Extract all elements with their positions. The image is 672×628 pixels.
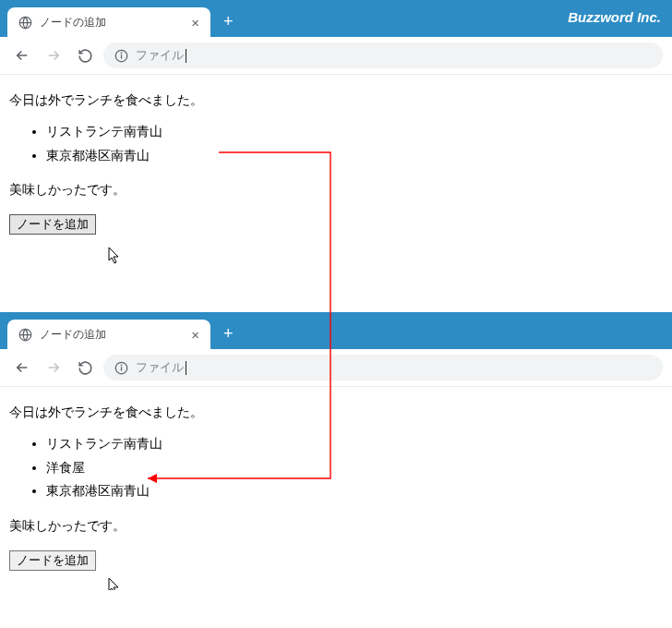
forward-button[interactable] <box>41 42 66 68</box>
titlebar: ノードの追加 × + Buzzword Inc. <box>0 0 672 37</box>
back-button[interactable] <box>9 42 35 68</box>
globe-icon <box>18 328 32 342</box>
paragraph-after: 美味しかったです。 <box>9 179 663 201</box>
close-icon[interactable]: × <box>189 15 201 30</box>
address-text: ファイル <box>136 47 184 64</box>
list-item: 東京都港区南青山 <box>46 480 663 502</box>
tab-title: ノードの追加 <box>40 327 189 343</box>
paragraph-after: 美味しかったです。 <box>9 515 663 537</box>
list-item: リストランテ南青山 <box>46 121 663 143</box>
browser-window-1: ノードの追加 × + Buzzword Inc. ファイル 今日は外でランチを食… <box>0 0 672 277</box>
page-content: 今日は外でランチを食べました。 リストランテ南青山 東京都港区南青山 美味しかっ… <box>0 75 672 254</box>
address-bar[interactable]: ファイル <box>103 355 663 380</box>
address-text: ファイル <box>136 359 184 376</box>
close-icon[interactable]: × <box>189 327 201 343</box>
globe-icon <box>18 16 32 30</box>
add-node-button[interactable]: ノードを追加 <box>9 550 96 571</box>
brand-label: Buzzword Inc. <box>568 9 661 25</box>
tab-title: ノードの追加 <box>40 15 189 30</box>
reload-button[interactable] <box>72 42 98 68</box>
forward-button[interactable] <box>41 355 66 380</box>
toolbar: ファイル <box>0 349 672 387</box>
list: リストランテ南青山 洋食屋 東京都港区南青山 <box>9 433 663 502</box>
add-node-button[interactable]: ノードを追加 <box>9 214 96 235</box>
page-content: 今日は外でランチを食べました。 リストランテ南青山 洋食屋 東京都港区南青山 美… <box>0 387 672 590</box>
tab-active[interactable]: ノードの追加 × <box>7 7 210 37</box>
back-button[interactable] <box>9 355 35 380</box>
paragraph-before: 今日は外でランチを食べました。 <box>9 402 663 424</box>
info-icon <box>114 361 128 375</box>
titlebar: ノードの追加 × + <box>0 312 672 349</box>
info-icon <box>114 49 128 63</box>
address-bar[interactable]: ファイル <box>103 42 663 68</box>
toolbar: ファイル <box>0 37 672 75</box>
list-item: 洋食屋 <box>46 457 663 479</box>
svg-point-7 <box>121 365 122 366</box>
browser-window-2: ノードの追加 × + ファイル 今日は外でランチを食べました。 リストランテ南青… <box>0 312 672 590</box>
text-cursor <box>186 49 186 63</box>
paragraph-before: 今日は外でランチを食べました。 <box>9 90 663 112</box>
new-tab-button[interactable]: + <box>223 12 234 31</box>
reload-button[interactable] <box>72 355 98 380</box>
new-tab-button[interactable]: + <box>223 324 234 344</box>
text-cursor <box>186 361 186 375</box>
list: リストランテ南青山 東京都港区南青山 <box>9 121 663 167</box>
list-item: 東京都港区南青山 <box>46 145 663 167</box>
svg-point-3 <box>121 53 122 54</box>
list-item: リストランテ南青山 <box>46 433 663 455</box>
tab-active[interactable]: ノードの追加 × <box>7 320 210 349</box>
